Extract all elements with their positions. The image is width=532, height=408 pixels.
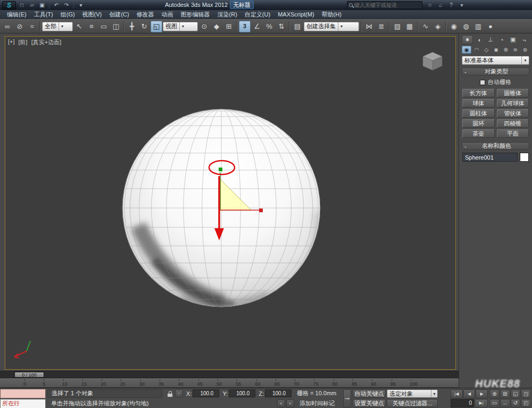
tab-display-icon[interactable]: ▣: [508, 35, 518, 44]
menubar-item-7[interactable]: 图形编辑器: [177, 10, 214, 19]
category-lights-icon[interactable]: ◇: [482, 46, 491, 54]
select-scale-icon[interactable]: ◱: [151, 21, 162, 32]
object-type-button-3[interactable]: 几何球体: [497, 99, 529, 107]
macro-recorder-field[interactable]: [0, 389, 46, 398]
edit-named-selection-icon[interactable]: ▤: [292, 21, 303, 32]
object-type-button-2[interactable]: 球体: [462, 99, 495, 107]
zoom-extents-icon[interactable]: ◱: [511, 389, 521, 398]
angle-snap-icon[interactable]: ∠: [251, 21, 263, 32]
key-mode-dropdown[interactable]: 选定对象 ▾: [387, 389, 438, 398]
schematic-view-icon[interactable]: ◈: [432, 21, 444, 32]
select-by-name-icon[interactable]: ≡: [86, 21, 97, 32]
workspace-dropdown-icon[interactable]: ▾: [77, 1, 85, 9]
category-systems-icon[interactable]: ⊚: [521, 46, 529, 54]
object-type-button-5[interactable]: 管状体: [497, 109, 529, 118]
previous-frame-icon[interactable]: ◀: [463, 389, 476, 398]
new-file-icon[interactable]: □: [18, 1, 26, 9]
zoom-all-icon[interactable]: ⊞: [500, 389, 510, 398]
render-setup-icon[interactable]: ◍: [460, 21, 472, 32]
spinner-snap-icon[interactable]: ⇅: [276, 21, 287, 32]
category-shapes-icon[interactable]: ◠: [472, 46, 481, 54]
go-to-start-icon[interactable]: |◀: [451, 389, 463, 398]
go-to-end-icon[interactable]: ▶|: [475, 399, 488, 408]
select-move-icon[interactable]: ╋: [126, 21, 138, 32]
object-type-button-9[interactable]: 平面: [497, 129, 529, 138]
object-type-button-4[interactable]: 圆柱体: [462, 109, 495, 118]
zoom-region-icon[interactable]: ▭: [489, 399, 500, 408]
menubar-item-3[interactable]: 视图(V): [79, 10, 106, 19]
play-icon[interactable]: ▶: [476, 389, 488, 398]
track-bar[interactable]: 0 / 100: [0, 371, 459, 378]
selection-filter-dropdown[interactable]: 全部 ▾: [42, 22, 73, 31]
menubar-item-0[interactable]: 编辑(E): [3, 10, 30, 19]
tab-create-icon[interactable]: ∗: [462, 35, 473, 44]
info-dropdown-icon[interactable]: ▾: [458, 1, 466, 9]
curve-editor-icon[interactable]: ∿: [420, 21, 431, 32]
x-coord-input[interactable]: [193, 389, 219, 397]
ribbon-toggle-icon[interactable]: ▦: [404, 21, 415, 32]
select-rotate-icon[interactable]: ↻: [138, 21, 150, 32]
percent-snap-icon[interactable]: %: [263, 21, 275, 32]
menubar-item-2[interactable]: 组(G): [57, 10, 79, 19]
snap-toggle-icon[interactable]: 3: [239, 21, 251, 32]
undo-icon[interactable]: ↶: [52, 1, 61, 9]
help-icon[interactable]: ?: [447, 1, 455, 9]
tab-modify-icon[interactable]: ◖: [474, 35, 484, 44]
tab-utilities-icon[interactable]: ¬: [519, 35, 529, 44]
bind-to-spacewarp-icon[interactable]: ≈: [26, 21, 38, 32]
tab-hierarchy-icon[interactable]: ⊥: [485, 35, 495, 44]
set-key-toggle-icon[interactable]: ⊸: [343, 389, 351, 407]
autogrid-checkbox[interactable]: [480, 80, 485, 85]
search-box[interactable]: [347, 1, 422, 9]
window-crossing-icon[interactable]: ◫: [110, 21, 122, 32]
time-tag-lock-icon[interactable]: ▪: [286, 399, 294, 407]
front-viewport[interactable]: [+] [前] [真实+边面]: [5, 36, 456, 370]
menubar-item-6[interactable]: 动画: [158, 10, 177, 19]
menubar-item-9[interactable]: 自定义(U): [241, 10, 274, 19]
mirror-icon[interactable]: ⋈: [363, 21, 375, 32]
category-spacewarps-icon[interactable]: ≋: [511, 46, 520, 54]
object-type-button-1[interactable]: 圆锥体: [497, 89, 529, 97]
auto-key-button[interactable]: 自动关键点: [353, 389, 386, 398]
object-type-button-6[interactable]: 圆环: [462, 119, 495, 128]
home-icon[interactable]: ⌂: [436, 1, 445, 9]
maximize-viewport-icon[interactable]: ◰: [521, 399, 531, 408]
tab-motion-icon[interactable]: ◔: [497, 35, 507, 44]
current-frame-field[interactable]: [451, 399, 474, 408]
name-color-rollout-header[interactable]: - 名称和颜色: [462, 142, 529, 150]
object-type-button-7[interactable]: 四棱锥: [497, 119, 529, 128]
render-production-icon[interactable]: ●: [485, 21, 496, 32]
unlink-selection-icon[interactable]: ⊘: [14, 21, 26, 32]
select-manipulate-icon[interactable]: ◆: [211, 21, 222, 32]
menubar-item-8[interactable]: 渲染(R): [214, 10, 241, 19]
menubar-item-11[interactable]: 帮助(H): [318, 10, 345, 19]
open-file-icon[interactable]: ▱: [28, 1, 36, 9]
primitive-category-dropdown[interactable]: 标准基本体 ▾: [462, 56, 529, 65]
rectangular-region-icon[interactable]: ▭: [98, 21, 110, 32]
gizmo-y-handle[interactable]: [219, 168, 222, 171]
keyboard-override-icon[interactable]: ⊞: [223, 21, 235, 32]
material-editor-icon[interactable]: ◉: [448, 21, 460, 32]
category-helpers-icon[interactable]: ⊕: [502, 46, 510, 54]
menubar-item-4[interactable]: 创建(C): [105, 10, 132, 19]
redo-icon[interactable]: ↷: [62, 1, 71, 9]
set-key-button[interactable]: 设置关键点: [353, 399, 386, 407]
selection-lock-icon[interactable]: [165, 389, 174, 398]
use-pivot-center-icon[interactable]: ⊙: [198, 21, 210, 32]
key-filters-button[interactable]: 关键点过滤器...: [387, 399, 438, 407]
zoom-icon[interactable]: ⊕: [489, 389, 500, 398]
absolute-offset-toggle-icon[interactable]: ▫: [175, 389, 183, 397]
category-geometry-icon[interactable]: ◉: [462, 46, 471, 54]
object-type-button-8[interactable]: 茶壶: [462, 129, 495, 138]
rendered-frame-icon[interactable]: ▥: [472, 21, 484, 32]
y-coord-input[interactable]: [229, 389, 255, 397]
viewport-menu-general[interactable]: [+]: [8, 38, 15, 46]
select-object-icon[interactable]: ↖: [73, 21, 85, 32]
add-time-tag-label[interactable]: 添加时间标记: [300, 399, 335, 407]
orbit-icon[interactable]: ↺: [511, 399, 521, 408]
object-color-swatch[interactable]: [520, 153, 529, 162]
star-icon[interactable]: ☆: [426, 1, 434, 9]
time-tag-icon[interactable]: ▪: [277, 399, 285, 407]
category-cameras-icon[interactable]: ◙: [492, 46, 500, 54]
search-input[interactable]: [354, 2, 420, 8]
